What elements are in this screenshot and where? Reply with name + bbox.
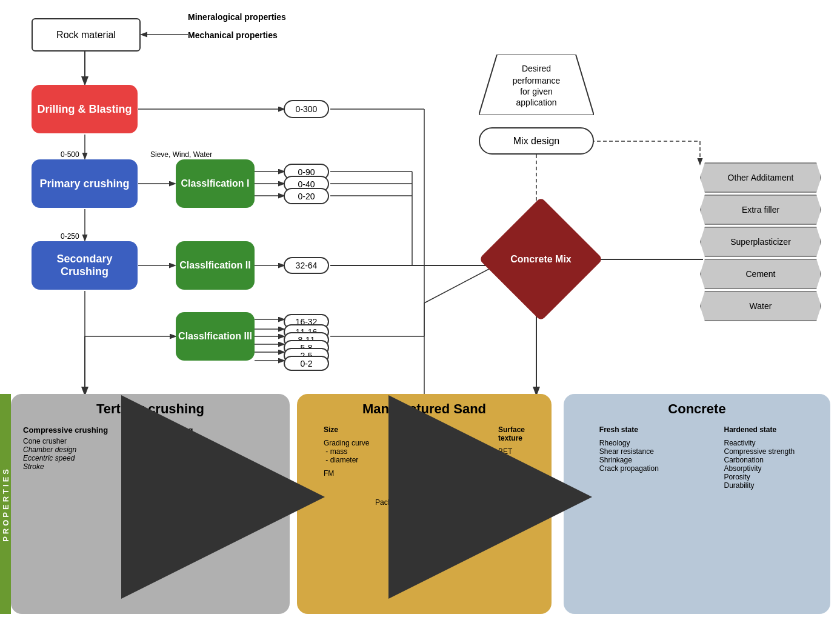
impact-heading: Impact crushing (132, 425, 193, 435)
size-0-2: 0-2 (284, 356, 329, 371)
size-0-300: 0-300 (284, 100, 329, 118)
size-0-20: 0-20 (284, 188, 329, 204)
classification-iii-label: ClassIfication III (178, 331, 252, 342)
sand-surface-label: Surfacetexture (498, 425, 525, 442)
svg-text:application: application (516, 98, 557, 107)
compressive-item-3: Eccentric speed (23, 454, 108, 462)
diagram: Rock material Mineralogical properties M… (0, 0, 840, 620)
impact-item-1: VSI Crushing (132, 437, 193, 445)
primary-crushing-box: Primary crushing (32, 159, 138, 208)
sand-content: Size Grading curve - mass - diameter FM … (297, 421, 552, 520)
svg-text:for given: for given (520, 87, 553, 96)
sand-diameter: - diameter (324, 456, 369, 464)
impact-item-7: - Feedrate (132, 488, 193, 496)
secondary-crushing-label: Secondary Crushing (32, 253, 138, 278)
drilling-blasting-box: Drilling & Blasting (32, 85, 138, 133)
concrete-content: Fresh state Rheology Shear resistance Sh… (564, 421, 830, 495)
sand-shape-label: Shape (416, 425, 451, 434)
sand-bottom-1: VFFA, IAPST (309, 490, 539, 498)
svg-text:Desired: Desired (522, 64, 551, 73)
impact-item-2: Stator (132, 445, 193, 454)
additament-water: Water (700, 291, 821, 321)
tertiary-panel: Tertiary crushing Compressive crushing C… (11, 394, 290, 614)
classification-ii-label: ClassIfication II (179, 260, 250, 271)
impact-item-4: - Shoe Anvil (132, 462, 193, 471)
drilling-blasting-label: Drilling & Blasting (37, 103, 132, 116)
sand-sphericity: Sphericity (416, 456, 451, 464)
impact-item-6: - RPM (132, 479, 193, 488)
additament-other: Other Additament (700, 162, 821, 193)
mineralogical-label: Mineralogical properties (188, 12, 286, 22)
sand-grading: Grading curve (324, 439, 369, 447)
properties-bar: PROPERTIES (0, 394, 11, 614)
additament-filler: Extra filler (700, 195, 821, 225)
fresh-4: Crack propagation (599, 464, 659, 473)
sand-bottom-3: Dry rheology (309, 507, 539, 515)
sand-bottom-2: Packing density, Voids content (309, 498, 539, 507)
sand-mass: - mass (324, 447, 369, 456)
fresh-label: Fresh state (599, 425, 659, 434)
additament-superplasticizer: Superplasticizer (700, 227, 821, 257)
fresh-1: Rheology (599, 439, 659, 447)
sand-bet: BET (498, 447, 525, 456)
compressive-heading: Compressive crushing (23, 425, 108, 435)
mechanical-label: Mechanical properties (188, 30, 278, 40)
sand-convexity: Convexity (416, 464, 451, 473)
impact-item-3: - Rockbox (132, 454, 193, 462)
sand-fm: FM (324, 469, 369, 478)
concrete-title: Concrete (564, 394, 830, 421)
hardened-5: Porosity (724, 473, 795, 481)
secondary-crushing-box: Secondary Crushing (32, 241, 138, 290)
label-0-500: 0-500 (61, 150, 79, 159)
classification-ii-box: ClassIfication II (176, 241, 255, 290)
hardened-3: Carbonation (724, 456, 795, 464)
compressive-item-4: Stroke (23, 462, 108, 471)
sand-title: Manufactured Sand (297, 394, 552, 421)
fresh-2: Shear resistance (599, 447, 659, 456)
concrete-panel: Concrete Fresh state Rheology Shear resi… (564, 394, 830, 614)
additament-cement: Cement (700, 259, 821, 289)
primary-crushing-label: Primary crushing (39, 178, 129, 190)
hardened-6: Durability (724, 481, 795, 490)
sand-angularity: Angularity (416, 439, 451, 447)
impact-item-5: Rotor (132, 471, 193, 479)
tertiary-title: Tertiary crushing (11, 394, 290, 421)
size-32-64: 32-64 (284, 257, 329, 274)
tertiary-content: Compressive crushing Cone crusher Chambe… (11, 421, 290, 501)
sand-size-label: Size (324, 425, 369, 434)
compressive-item-1: Cone crusher (23, 437, 108, 445)
classification-i-box: ClassIfication I (176, 159, 255, 208)
mix-design-box: Mix design (479, 127, 594, 155)
desired-perf-shape: Desired performance for given applicatio… (479, 55, 594, 115)
sand-panel: Manufactured Sand Size Grading curve - m… (297, 394, 552, 614)
classification-iii-box: ClassIfication III (176, 312, 255, 361)
additament-stack: Other Additament Extra filler Superplast… (700, 162, 821, 321)
sieve-wind-water-label: Sieve, Wind, Water (150, 150, 212, 159)
classification-i-label: ClassIfication I (181, 178, 250, 189)
fresh-3: Shrinkage (599, 456, 659, 464)
properties-label: PROPERTIES (1, 467, 10, 542)
hardened-2: Compressive strength (724, 447, 795, 456)
concrete-mix-label: Concrete Mix (497, 215, 585, 303)
hardened-4: Absorptivity (724, 464, 795, 473)
rock-material-label: Rock material (56, 30, 116, 41)
rock-material-box: Rock material (32, 18, 141, 52)
compressive-item-2: Chamber design (23, 445, 108, 454)
svg-line-38 (424, 265, 496, 303)
hardened-label: Hardened state (724, 425, 795, 434)
sand-elongation: Elongation (416, 447, 451, 456)
label-0-250: 0-250 (61, 232, 79, 241)
svg-text:performance: performance (513, 76, 561, 85)
hardened-1: Reactivity (724, 439, 795, 447)
